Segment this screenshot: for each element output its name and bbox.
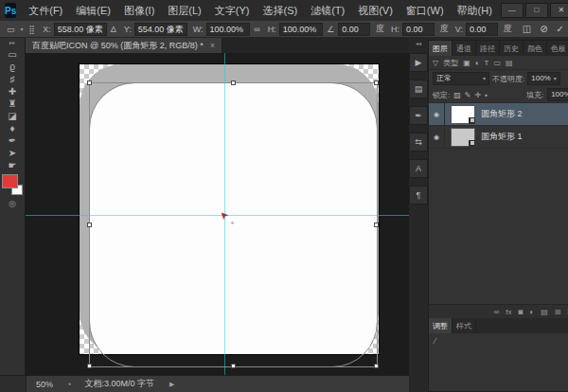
pen-tool[interactable]: ✒ xyxy=(0,134,26,147)
filter-smart-object-icon[interactable]: ▤ xyxy=(506,59,513,67)
tab-adjustments[interactable]: 调整 xyxy=(429,318,453,333)
healing-brush-tool[interactable]: ✚ xyxy=(0,85,26,98)
character-panel-icon[interactable]: A xyxy=(409,159,428,178)
transform-handle-tl[interactable] xyxy=(87,80,92,85)
lasso-tool[interactable]: ϱ xyxy=(0,61,26,73)
crop-tool[interactable]: ♯ xyxy=(0,73,26,85)
tab-color[interactable]: 颜色 xyxy=(524,41,547,56)
menu-view[interactable]: 视图(V) xyxy=(351,4,399,18)
quick-mask-icon[interactable]: ◎ xyxy=(9,199,16,208)
filter-type-icon[interactable]: T xyxy=(485,59,489,67)
new-group-icon[interactable]: ▤ xyxy=(541,308,548,316)
menu-filter[interactable]: 滤镜(T) xyxy=(304,4,351,18)
transform-handle-bm[interactable] xyxy=(231,364,236,368)
visibility-eye-icon[interactable]: ◉ xyxy=(429,103,445,125)
layer-thumbnail[interactable] xyxy=(451,105,475,124)
commit-transform-icon[interactable]: ✓ xyxy=(557,24,564,34)
relative-position-icon[interactable]: Δ xyxy=(111,25,116,34)
tab-channels[interactable]: 通道 xyxy=(453,41,476,56)
transform-handle-tm[interactable] xyxy=(231,80,236,85)
menu-file[interactable]: 文件(F) xyxy=(22,4,69,18)
transform-handle-tr[interactable] xyxy=(374,80,379,85)
layer-name[interactable]: 圆角矩形 1 xyxy=(481,131,523,143)
tab-styles[interactable]: 样式 xyxy=(453,318,476,333)
visibility-eye-icon[interactable]: ◉ xyxy=(429,126,445,148)
menu-edit[interactable]: 编辑(E) xyxy=(69,4,117,18)
collapsed-panel-strip: ◂◂ ▶ ▤ ✒ ⇆ A ¶ xyxy=(409,38,428,392)
layer-name[interactable]: 圆角矩形 2 xyxy=(481,108,523,120)
blur-tool[interactable]: ♦ xyxy=(0,122,26,134)
toolbar-collapse-icon[interactable]: ▸▸ xyxy=(9,38,15,48)
y-input[interactable]: 554.00 像素 xyxy=(134,23,187,36)
angle-input[interactable]: 0.00 xyxy=(338,23,370,36)
lock-label: 锁定: xyxy=(433,90,450,100)
document-tab[interactable]: 百度贴吧ICON @ 50% (圆角矩形 2, RGB/8) * × xyxy=(26,38,222,53)
layer-row-shape2[interactable]: ◉ 圆角矩形 2 xyxy=(429,103,568,126)
menu-image[interactable]: 图像(I) xyxy=(117,4,161,18)
clone-stamp-tool[interactable]: ♜ xyxy=(0,98,26,110)
menu-type[interactable]: 文字(Y) xyxy=(208,4,257,18)
vskew-input[interactable]: 0.00 xyxy=(466,23,498,36)
status-menu-arrow-icon[interactable]: ▶ xyxy=(169,381,174,388)
clone-source-panel-icon[interactable]: ⇆ xyxy=(409,133,428,151)
transform-handle-ml[interactable] xyxy=(87,223,92,227)
filter-adjustment-icon[interactable]: ◐ xyxy=(475,59,480,67)
zoom-level-field[interactable]: 50% xyxy=(36,380,53,389)
filter-pixel-icon[interactable]: ▣ xyxy=(463,59,470,67)
opacity-select[interactable]: 100% ▾ xyxy=(527,72,559,85)
tool-preset-icon[interactable]: ▭ xyxy=(7,25,15,34)
tab-layers[interactable]: 图层 xyxy=(429,41,453,56)
adjustment-preset-icon[interactable]: ∕ xyxy=(435,336,436,346)
new-adjustment-layer-icon[interactable]: ◐ xyxy=(529,308,534,316)
transform-handle-bl[interactable] xyxy=(87,364,92,368)
marquee-tool[interactable]: ▭ xyxy=(0,48,26,61)
lock-pixels-icon[interactable]: ✎ xyxy=(465,91,471,99)
new-layer-icon[interactable]: ⊞ xyxy=(555,308,561,316)
add-layer-mask-icon[interactable]: ◙ xyxy=(518,308,523,316)
tab-close-icon[interactable]: × xyxy=(210,41,215,50)
reference-point-icon[interactable]: ⣿ xyxy=(29,25,36,34)
history-panel-icon[interactable]: ▤ xyxy=(409,80,428,98)
path-selection-tool[interactable]: ➤ xyxy=(0,147,26,159)
layer-effects-icon[interactable]: fx xyxy=(506,308,511,316)
hskew-input[interactable]: 0.00 xyxy=(402,23,435,36)
paragraph-panel-icon[interactable]: ¶ xyxy=(409,186,428,205)
warp-mode-icon[interactable]: ◫ xyxy=(523,24,531,34)
maximize-button[interactable]: □ xyxy=(525,3,548,18)
lock-all-icon[interactable]: ▪ xyxy=(485,91,488,99)
menu-select[interactable]: 选择(S) xyxy=(256,4,304,18)
menu-layer[interactable]: 图层(L) xyxy=(161,4,207,18)
fill-select[interactable]: 100% ▾ xyxy=(547,88,568,101)
layer-row-shape1[interactable]: ◉ 圆角矩形 1 xyxy=(429,126,568,149)
link-dimensions-icon[interactable]: ∞ xyxy=(254,25,259,34)
canvas-area[interactable]: ➤ + xyxy=(26,53,409,375)
tab-paths[interactable]: 路径 xyxy=(476,41,500,56)
blend-mode-select[interactable]: 正常 ▾ xyxy=(433,72,489,85)
menu-window[interactable]: 窗口(W) xyxy=(399,4,451,18)
cancel-transform-icon[interactable]: ⊘ xyxy=(540,24,547,34)
hand-tool[interactable]: ☛ xyxy=(0,159,26,171)
eraser-tool[interactable]: ◪ xyxy=(0,110,26,122)
filter-kind-label[interactable]: 类型 xyxy=(443,58,458,68)
x-input[interactable]: 558.00 像素 xyxy=(54,23,107,36)
tool-preset-caret-icon[interactable]: ▾ xyxy=(21,26,24,32)
close-button[interactable]: ✕ xyxy=(550,3,568,18)
actions-panel-icon[interactable]: ▶ xyxy=(409,53,428,72)
layer-thumbnail[interactable] xyxy=(451,128,475,147)
tab-swatches[interactable]: 色板 xyxy=(547,41,568,56)
width-input[interactable]: 100.00% xyxy=(206,23,251,36)
transform-handle-mr[interactable] xyxy=(374,223,379,227)
tab-history[interactable]: 历史 xyxy=(500,41,524,56)
foreground-color-swatch[interactable] xyxy=(2,174,18,188)
menu-help[interactable]: 帮助(H) xyxy=(451,4,499,18)
minimize-button[interactable]: — xyxy=(501,3,524,18)
brush-panel-icon[interactable]: ✒ xyxy=(409,106,428,125)
lock-transparency-icon[interactable]: ▨ xyxy=(453,91,461,99)
filter-funnel-icon[interactable]: ▽ xyxy=(433,59,438,67)
transform-handle-br[interactable] xyxy=(374,364,379,368)
dock-collapse-icon[interactable]: ◂◂ xyxy=(416,40,421,49)
link-layers-icon[interactable]: ∞ xyxy=(494,308,500,316)
lock-position-icon[interactable]: ✛ xyxy=(475,91,482,99)
height-input[interactable]: 100.00% xyxy=(279,23,324,36)
filter-shape-icon[interactable]: ▭ xyxy=(493,59,501,67)
